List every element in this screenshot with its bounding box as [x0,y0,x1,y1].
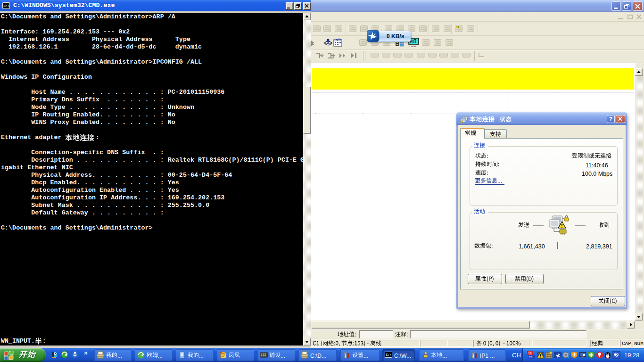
svg-text:cn: cn [529,355,533,359]
svg-text:C:\: C:\ [4,4,10,8]
svg-text:roon: roon [409,45,416,48]
svg-text:C:\: C:\ [386,354,392,357]
